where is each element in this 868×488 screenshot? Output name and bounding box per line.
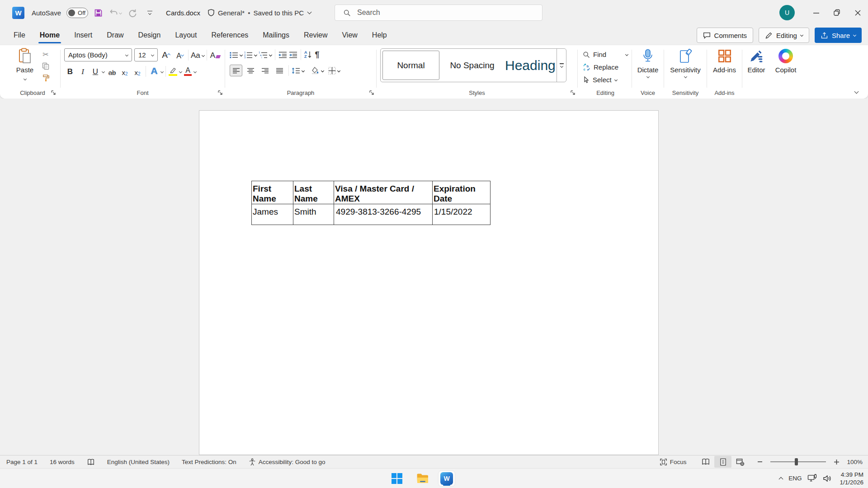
- network-button[interactable]: [807, 474, 817, 483]
- style-no-spacing[interactable]: No Spacing: [439, 49, 505, 82]
- highlight-button[interactable]: [168, 67, 177, 76]
- underline-button[interactable]: U: [90, 65, 101, 78]
- zoom-in-button[interactable]: [830, 456, 842, 468]
- cell-expiration[interactable]: 1/15/2022: [433, 204, 491, 225]
- tab-references[interactable]: References: [204, 25, 255, 45]
- highlight-dropdown-icon[interactable]: [179, 70, 182, 73]
- minimize-button[interactable]: [806, 0, 826, 25]
- shading-button[interactable]: [311, 67, 320, 74]
- show-hide-marks-button[interactable]: ¶: [315, 50, 320, 60]
- editing-mode-button[interactable]: Editing: [759, 28, 809, 43]
- copy-button[interactable]: [40, 61, 52, 71]
- multilevel-dropdown-icon[interactable]: [269, 53, 272, 56]
- zoom-slider[interactable]: [770, 461, 826, 462]
- quick-access-overflow-button[interactable]: [142, 5, 157, 20]
- text-effects-button[interactable]: A: [148, 65, 160, 78]
- file-explorer-button[interactable]: [415, 471, 431, 486]
- change-case-button[interactable]: Aa: [191, 49, 204, 61]
- title-dropdown-icon[interactable]: [307, 10, 312, 14]
- zoom-slider-handle[interactable]: [795, 458, 798, 465]
- bold-button[interactable]: B: [64, 65, 76, 78]
- shading-dropdown-icon[interactable]: [321, 69, 324, 72]
- paragraph-dialog-launcher[interactable]: [369, 90, 374, 95]
- search-box[interactable]: Search: [335, 5, 542, 21]
- word-app-icon[interactable]: W: [12, 7, 24, 19]
- styles-gallery-expand-button[interactable]: [557, 49, 566, 82]
- header-card-number[interactable]: Visa / Master Card / AMEX: [334, 181, 433, 204]
- find-button[interactable]: Find: [583, 48, 630, 61]
- align-left-button[interactable]: [230, 65, 242, 76]
- select-button[interactable]: Select: [583, 74, 617, 86]
- print-layout-button[interactable]: [714, 456, 731, 468]
- replace-button[interactable]: bc Replace: [583, 61, 618, 73]
- addins-button[interactable]: Add-ins: [707, 49, 742, 74]
- comments-button[interactable]: Comments: [697, 28, 754, 43]
- share-button[interactable]: Share: [815, 28, 862, 43]
- subscript-button[interactable]: x2: [119, 65, 131, 78]
- style-heading-1[interactable]: Heading 1: [505, 49, 557, 82]
- styles-dialog-launcher[interactable]: [570, 90, 576, 95]
- sensitivity-button[interactable]: Sensitivity: [664, 49, 707, 78]
- multilevel-list-button[interactable]: 1ai: [259, 51, 268, 58]
- clock[interactable]: 4:39 PM 1/1/2026: [840, 471, 863, 486]
- saved-status-label[interactable]: Saved to this PC: [253, 9, 304, 17]
- font-color-button[interactable]: A: [184, 67, 192, 76]
- clear-formatting-button[interactable]: A: [209, 49, 221, 61]
- bullets-dropdown-icon[interactable]: [240, 53, 243, 56]
- word-count[interactable]: 16 words: [50, 459, 75, 465]
- cell-card-number[interactable]: 4929-3813-3266-4295: [334, 204, 433, 225]
- zoom-level-button[interactable]: 100%: [847, 459, 863, 465]
- user-avatar[interactable]: U: [779, 5, 795, 20]
- document-page[interactable]: First Name Last Name Visa / Master Card …: [199, 110, 659, 455]
- paste-button[interactable]: Paste: [13, 48, 37, 82]
- close-button[interactable]: [847, 0, 868, 25]
- language-indicator[interactable]: English (United States): [107, 459, 170, 465]
- tab-insert[interactable]: Insert: [67, 25, 99, 45]
- font-dialog-launcher[interactable]: [217, 90, 223, 95]
- align-center-button[interactable]: [244, 65, 257, 76]
- justify-button[interactable]: [273, 65, 286, 76]
- borders-button[interactable]: [328, 67, 336, 75]
- ribbon-collapse-button[interactable]: [855, 87, 858, 95]
- line-spacing-button[interactable]: [292, 67, 300, 74]
- numbering-dropdown-icon[interactable]: [254, 53, 257, 56]
- cell-first-name[interactable]: James: [252, 204, 293, 225]
- header-last-name[interactable]: Last Name: [293, 181, 334, 204]
- tab-draw[interactable]: Draw: [99, 25, 131, 45]
- undo-button[interactable]: [108, 5, 123, 20]
- font-name-select[interactable]: Aptos (Body): [64, 48, 132, 61]
- tab-review[interactable]: Review: [297, 25, 335, 45]
- header-expiration[interactable]: Expiration Date: [433, 181, 491, 204]
- font-color-dropdown-icon[interactable]: [193, 70, 197, 73]
- cut-button[interactable]: ✂: [40, 49, 52, 60]
- numbering-button[interactable]: 123: [244, 51, 253, 58]
- language-switcher[interactable]: ENG: [788, 475, 802, 482]
- volume-button[interactable]: [823, 474, 832, 483]
- header-first-name[interactable]: First Name: [252, 181, 293, 204]
- dictate-button[interactable]: Dictate: [632, 49, 664, 78]
- autosave-toggle[interactable]: Off: [66, 8, 88, 18]
- tray-show-hidden-button[interactable]: [779, 474, 783, 483]
- document-title[interactable]: Cards.docx: [166, 9, 200, 17]
- text-effects-dropdown-icon[interactable]: [160, 70, 164, 73]
- editor-button[interactable]: Editor: [742, 49, 770, 74]
- start-button[interactable]: [389, 471, 405, 486]
- redo-button[interactable]: [125, 5, 140, 20]
- style-normal[interactable]: Normal: [382, 51, 439, 80]
- taskbar-word-button[interactable]: W: [439, 471, 455, 486]
- save-button[interactable]: [91, 5, 105, 20]
- tab-help[interactable]: Help: [365, 25, 394, 45]
- tab-view[interactable]: View: [335, 25, 364, 45]
- read-mode-button[interactable]: [697, 456, 714, 468]
- clipboard-dialog-launcher[interactable]: [51, 90, 56, 95]
- decrease-indent-button[interactable]: [278, 52, 287, 58]
- underline-dropdown-icon[interactable]: [102, 70, 105, 73]
- tab-design[interactable]: Design: [131, 25, 168, 45]
- increase-indent-button[interactable]: [289, 52, 297, 58]
- tab-file[interactable]: File: [6, 25, 33, 45]
- tab-layout[interactable]: Layout: [168, 25, 204, 45]
- italic-button[interactable]: I: [77, 65, 89, 78]
- focus-mode-button[interactable]: Focus: [660, 458, 687, 466]
- tab-mailings[interactable]: Mailings: [255, 25, 297, 45]
- web-layout-button[interactable]: [731, 456, 749, 468]
